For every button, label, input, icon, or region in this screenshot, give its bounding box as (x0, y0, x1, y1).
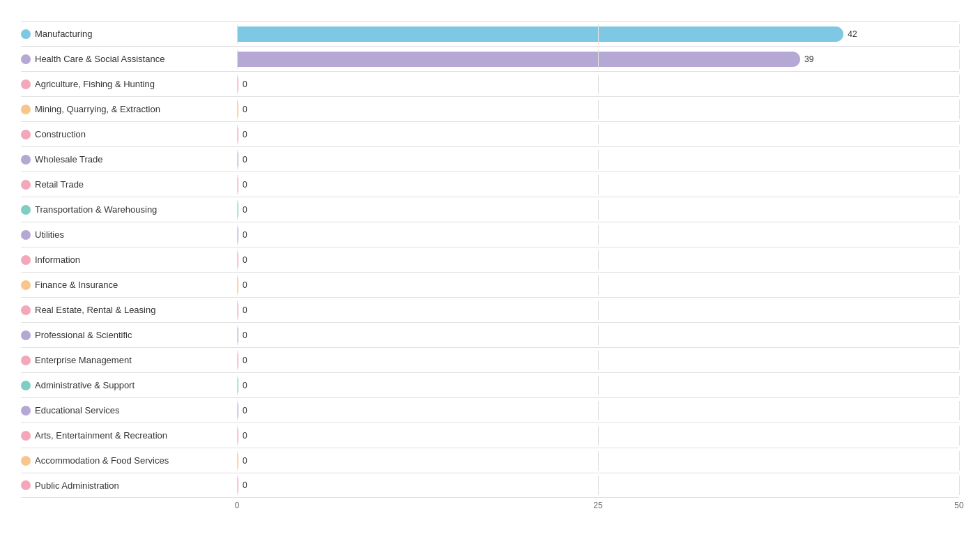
bar-value: 0 (243, 305, 247, 315)
bar-label: Construction (35, 129, 86, 139)
bar-value: 0 (243, 255, 247, 265)
bar-label: Real Estate, Rental & Leasing (35, 305, 155, 315)
bar (237, 26, 843, 42)
color-dot (21, 54, 31, 64)
bar-label: Educational Services (35, 405, 119, 416)
x-axis-label: 50 (954, 501, 963, 510)
bar-row: Finance & Insurance0 (21, 272, 959, 297)
bar-cell: 0 (237, 100, 959, 119)
bar-row: Health Care & Social Assistance39 (21, 46, 959, 71)
label-cell: Utilities (21, 229, 237, 240)
color-dot (21, 356, 31, 365)
bar-label: Retail Trade (35, 179, 84, 190)
bar-row: Retail Trade0 (21, 172, 959, 197)
label-cell: Finance & Insurance (21, 280, 237, 290)
bar-row: Agriculture, Fishing & Hunting0 (21, 71, 959, 96)
x-axis-label: 0 (235, 501, 240, 510)
bar-label: Accommodation & Food Services (35, 455, 169, 466)
bar-row: Construction0 (21, 121, 959, 146)
bar-value: 0 (243, 205, 247, 215)
label-cell: Manufacturing (21, 29, 237, 39)
bar-row: Manufacturing42 (21, 21, 959, 46)
bar-value: 0 (243, 105, 247, 114)
bar-row: Educational Services0 (21, 397, 959, 422)
label-cell: Professional & Scientific (21, 330, 237, 340)
bar-cell: 0 (237, 426, 959, 445)
color-dot (21, 255, 31, 265)
color-dot (21, 79, 31, 89)
bar-value: 0 (243, 230, 247, 240)
bar-cell: 0 (237, 376, 959, 395)
bar-label: Public Administration (35, 480, 119, 491)
bar-row: Public Administration0 (21, 473, 959, 498)
bar-cell: 0 (237, 200, 959, 220)
color-dot (21, 406, 31, 416)
color-dot (21, 431, 31, 441)
bar-label: Arts, Entertainment & Recreation (35, 430, 167, 441)
bar-value: 0 (243, 406, 247, 416)
bar-cell: 42 (237, 24, 959, 44)
color-dot (21, 280, 31, 290)
label-cell: Construction (21, 129, 237, 139)
label-cell: Health Care & Social Assistance (21, 54, 237, 64)
color-dot (21, 456, 31, 466)
bar-value: 0 (243, 79, 247, 89)
bar-row: Mining, Quarrying, & Extraction0 (21, 96, 959, 121)
bar-row: Wholesale Trade0 (21, 146, 959, 172)
bar-value: 0 (243, 130, 247, 139)
label-cell: Educational Services (21, 405, 237, 416)
label-cell: Mining, Quarrying, & Extraction (21, 104, 237, 114)
bar-value: 0 (243, 381, 247, 390)
bar-row: Utilities0 (21, 222, 959, 247)
bar-value: 0 (243, 180, 247, 190)
label-cell: Information (21, 254, 237, 265)
bar-cell: 0 (237, 150, 959, 169)
bar-cell: 0 (237, 351, 959, 370)
color-dot (21, 205, 31, 215)
chart-area: Manufacturing42Health Care & Social Assi… (21, 21, 959, 498)
color-dot (21, 480, 31, 490)
label-cell: Administrative & Support (21, 380, 237, 390)
bar-row: Enterprise Management0 (21, 347, 959, 372)
bar-cell: 0 (237, 175, 959, 195)
bar-row: Real Estate, Rental & Leasing0 (21, 297, 959, 322)
bar-value: 0 (243, 431, 247, 441)
bar-label: Health Care & Social Assistance (35, 54, 164, 64)
bar-label: Agriculture, Fishing & Hunting (35, 79, 155, 89)
bar-label: Manufacturing (35, 29, 92, 39)
bar-label: Administrative & Support (35, 380, 135, 390)
bar-row: Administrative & Support0 (21, 372, 959, 397)
bar-cell: 39 (237, 49, 959, 69)
bar-cell: 0 (237, 75, 959, 94)
bar-value: 0 (243, 356, 247, 365)
label-cell: Transportation & Warehousing (21, 204, 237, 215)
x-axis-inner: 02550 (237, 501, 959, 515)
bar-label: Utilities (35, 229, 64, 240)
bar-row: Transportation & Warehousing0 (21, 197, 959, 222)
bar-value: 0 (243, 280, 247, 290)
bar-cell: 0 (237, 326, 959, 345)
color-dot (21, 180, 31, 190)
bar-label: Wholesale Trade (35, 154, 103, 165)
label-cell: Real Estate, Rental & Leasing (21, 305, 237, 315)
bar-row: Arts, Entertainment & Recreation0 (21, 422, 959, 448)
bar-row: Professional & Scientific0 (21, 322, 959, 347)
bar-value: 0 (243, 155, 247, 165)
bar-cell: 0 (237, 225, 959, 245)
bar-label: Enterprise Management (35, 355, 132, 365)
bar-label: Mining, Quarrying, & Extraction (35, 104, 160, 114)
bar-cell: 0 (237, 250, 959, 270)
bar-value: 0 (243, 480, 247, 490)
bar-row: Information0 (21, 247, 959, 272)
bar-label: Professional & Scientific (35, 330, 132, 340)
label-cell: Agriculture, Fishing & Hunting (21, 79, 237, 89)
label-cell: Accommodation & Food Services (21, 455, 237, 466)
color-dot (21, 155, 31, 165)
color-dot (21, 105, 31, 114)
bar-label: Information (35, 254, 80, 265)
color-dot (21, 230, 31, 240)
bar-row: Accommodation & Food Services0 (21, 448, 959, 473)
color-dot (21, 381, 31, 390)
bar-cell: 0 (237, 300, 959, 320)
color-dot (21, 29, 31, 39)
